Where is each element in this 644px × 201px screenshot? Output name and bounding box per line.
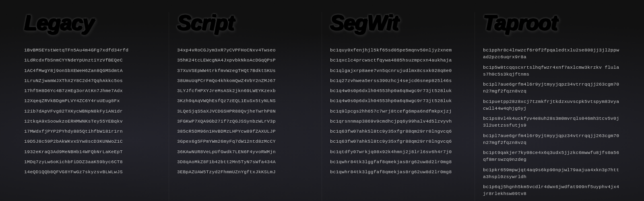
address-item[interactable]: 38UmuUqPCrFmQo4khkomQwZ4VbY2nZMJ67 [177,76,314,86]
address-item[interactable]: bc1pl7aue6grfm4l6r9yjtmyyjqpz34vtrrqqjj2… [483,79,620,96]
address-item[interactable]: bc1quy0xfenjhjl5kf65sd05pe5mqnv50nljyżxn… [330,45,466,55]
address-item[interactable]: 12ib7dApVFvg82TXKycWBNpN8kFyiAN1dr [24,106,161,116]
main-container: Legacy1BvBMSEYstWetqTFn5Au4m4GFg7xdfd34r… [0,0,644,201]
address-item[interactable]: 37XuVSEpWW4trkfmvWzegTHQt7BdktSKUs [177,66,314,76]
address-item[interactable]: 3Kzh9qAqVWQhEsfQz7zEQL1EuSx5tyNLNS [177,96,314,106]
column-segwit: SegWitbc1quy0xfenjhjl5kf65sd05pe5mqnv50n… [322,12,475,201]
address-item[interactable]: bc1p5w8tcqqscxrtslhqfwzr4xnf7axlcmw3krzk… [483,62,620,80]
address-item[interactable]: bc1q4w0s0p6dxlh04553hp0a6q8wgc9r73jt528l… [330,96,466,106]
address-item[interactable]: bc1pt9qakjer7ky08ce4x6q3udx5jjzkc6mwwfu8… [483,148,620,165]
address-item[interactable]: 3LQeSjqS5aXJVCDGSHPR88QvjheTwrhP8N [177,106,314,116]
address-item[interactable]: 12tkqA9xSoowkzoERHMWNKsTey55YEBqkv [24,116,161,126]
address-item[interactable]: 385cR5DM96n1HvBDMzLHPYcw89fZAXULJP [177,126,314,136]
address-item[interactable]: 19D5J8c59P2bAkWKvxSYw8scD3KUNWoZ1C [24,136,161,146]
column-title-script: Script [177,12,314,33]
address-item[interactable]: 17MWdxfjPYP2PYhdy885QtihfbW181r1rn [24,126,161,136]
address-item[interactable]: 36KAwNUR8VeLpUfGwdk7LEN6F4yvoRWMjn [177,147,314,157]
column-legacy: Legacy1BvBMSEYstWetqTFn5Au4m4GFg7xdfd34r… [16,12,169,201]
address-item[interactable]: 3FGKwP7XQA9Gb27if7zQGJSSynbzWLrV3p [177,116,314,126]
address-item[interactable]: 1BvBMSEYstWetqTFn5Au4m4GFg7xdfd34rfd [24,45,161,55]
address-item[interactable]: 1932eKraQ3Ad9MeNBHb14WFQbNrLaKeEpT [24,147,161,157]
address-item[interactable]: 3LYJfcfHPXYJreMsASk2jkn69LWEYKzexb [177,86,314,96]
address-item[interactable]: 14eQD1QQb8QFVG8YFwGz7skyzsvBLWLwJS [24,167,161,177]
address-item[interactable]: 1MDq7zyLw6oKichbFiDDZ3aaK59byc6CT8 [24,157,161,167]
address-item[interactable]: 1LdRcdxfbSnmCYYNdeYpUnztiYzVfBEQeC [24,55,161,65]
address-item[interactable]: bc1qwhr84tk3lggfaf8qmekjas8rg62uw8d2lr0m… [330,157,466,167]
address-item[interactable]: 3EBpAZUAW5Tzyd2FhmmUZnYgftxJkKSLmJ [177,167,314,177]
address-item[interactable]: bc1pl7aue6grfm4l6r9yjtmyyjqpz34vtrrqqjj2… [483,131,620,148]
address-list-legacy: 1BvBMSEYstWetqTFn5Au4m4GFg7xdfd34rfd1LdR… [24,45,161,177]
column-taproot: Taprootbc1pphr8c4lnwzcf6r0f2fpqaledtxlu2… [475,12,628,201]
address-item[interactable]: 3D8qAoMkZ8F1b42btt2Mn5TyN7sWfa434A [177,157,314,167]
address-item[interactable]: 1LruNZjwamWJXThX2Y8C2d47QqhAkkc5os [24,76,161,86]
address-item[interactable]: 17hf5H8D6Yc4B7zHEg3orAtKn7Jhme7Adx [24,86,161,96]
address-list-script: 34xp4vRoCGJym3xR7yCVPFHoCNxv4Twseo35hK24… [177,45,314,177]
address-item[interactable]: 35hK24tcLEWcgNA4JxpvbkNkoAcDGqQPsP [177,55,314,65]
address-item[interactable]: bc1q4w0s0p6dxlh04553hp0a6q8wgc9r73jt528l… [330,86,466,96]
address-list-taproot: bc1pphr8c4lnwzcf6r0f2fpqaledtxlu2se808jj… [483,45,620,201]
address-item[interactable]: bc1q27zvhwea5erss390zhcj4sejcd6snep825l4… [330,76,466,86]
address-item[interactable]: 3Gpex6g5FPmYWm26myFq7dW12ntd8zMcCY [177,136,314,146]
address-item[interactable]: bc1q63fw07ahk5l8tc9y35xfgr88qm29rr0lngvc… [330,136,466,146]
address-item[interactable]: bc1ps8vl4k4uckfyv4e8uh28s3m0mvrqls046mh3… [483,113,620,131]
column-title-taproot: Taproot [483,12,620,33]
address-item[interactable]: 1AC4fMwgY8j9onSbXEWeH6Zan8QGMSdmtA [24,66,161,76]
address-item[interactable]: bc1pphr8c4lnwzcf6r0f2fpqaledtxlu2se808jj… [483,45,620,62]
address-item[interactable]: bc1q63fw07ahk5l8tc9y35xfgr88qm29rr0lngvc… [330,126,466,136]
address-item[interactable]: bc1qlgajxrp8aee7vn5qcnrujudlmx8csxk028q8… [330,66,466,76]
address-item[interactable]: bc1p6qj5hgnh5km5vcdlr4dwx6jwdfat909nf5uy… [483,182,620,199]
address-item[interactable]: bc1q9lpcgs2hh657c7wrj8tcefg6mpa6ndfmkpxj… [330,106,466,116]
address-item[interactable]: 34xp4vRoCGJym3xR7yCVPFHoCNxv4Twseo [177,45,314,55]
address-item[interactable]: bc1qwhr84tk3lggfaf8qmekjas8rg62uw8d2lr0m… [330,167,466,177]
address-item[interactable]: bc1qrsnnmap3869v9cmdhcjpq6y99halv4d5lzvy… [330,116,466,126]
column-script: Script34xp4vRoCGJym3xR7yCVPFHoCNxv4Twseo… [169,12,322,201]
address-item[interactable]: bc1qxclc4prcwsctfqywa4885hsuzmpcxn4aukha… [330,55,466,65]
address-list-segwit: bc1quy0xfenjhjl5kf65sd05pe5mqnv50nljyżxn… [330,45,466,177]
address-item[interactable]: bc1qtdfy07wrkjq08x92k4hmnj2j8lrl6sv6h4r7… [330,147,466,157]
column-title-legacy: Legacy [24,12,161,33]
address-item[interactable]: bc1puetpp28z8xcj7tzmkfrjtkdzxuvscpk5vtsp… [483,96,620,114]
column-title-segwit: SegWit [330,12,466,33]
address-item[interactable]: 12XqeqZRVkBDgmPLVY4ZC6Y4ruUEug8Fx [24,96,161,106]
address-item[interactable]: bc1pz74kefd39u854l86g6mdcl0j4l8k729qwf7d… [483,199,620,201]
address-item[interactable]: bc1pkr659mpwjqt4aq9s6kp90npjwl79aajua4xk… [483,165,620,182]
